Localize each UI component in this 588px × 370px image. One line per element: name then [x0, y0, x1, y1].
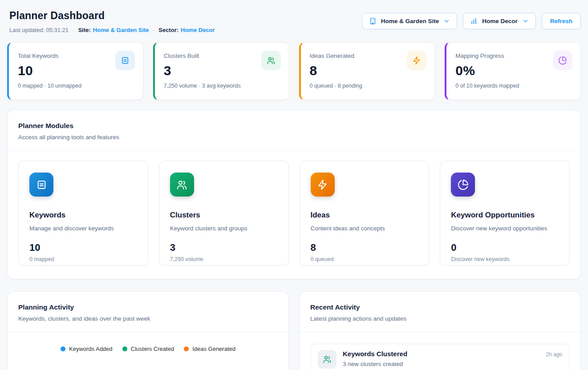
users-icon [170, 173, 194, 197]
stat-subtext: 0 queued · 8 pending [310, 83, 426, 89]
modules-subtitle: Access all planning tools and features [18, 134, 570, 141]
site-link[interactable]: Home & Garden Site [93, 27, 149, 33]
document-icon [115, 51, 135, 70]
module-subtext: 0 mapped [29, 256, 137, 262]
stat-card-clusters-built: Clusters Built 3 7,250 volume · 3 avg ke… [153, 42, 289, 100]
recent-activity-subtitle: Latest planning actions and updates [310, 315, 570, 322]
legend-dot [61, 346, 65, 351]
pie-chart-icon [553, 51, 572, 70]
stat-subtext: 7,250 volume · 3 avg keywords [164, 83, 280, 89]
pie-chart-icon [451, 173, 475, 197]
activity-description: 3 new clusters created [343, 361, 562, 367]
module-value: 0 [451, 242, 559, 253]
legend-dot [122, 346, 127, 351]
legend-item-clusters-created[interactable]: Clusters Created [122, 346, 174, 352]
stat-subtext: 0 mapped · 10 unmapped [18, 83, 134, 89]
legend-label: Clusters Created [131, 346, 174, 352]
building-icon [369, 17, 377, 25]
refresh-button[interactable]: Refresh [542, 13, 581, 29]
meta-separator: · [153, 28, 155, 33]
module-subtext: 0 queued [311, 256, 418, 262]
modules-header: Planner Modules Access all planning tool… [8, 110, 580, 150]
legend-label: Keywords Added [69, 346, 113, 352]
bottom-row: Planning Activity Keywords, clusters, an… [7, 291, 581, 370]
module-description: Keyword clusters and groups [170, 225, 278, 232]
modules-title: Planner Modules [18, 122, 570, 130]
module-title: Keywords [29, 211, 137, 220]
planning-activity-chart: Keywords Added Clusters Created Ideas Ge… [8, 332, 288, 370]
module-value: 10 [29, 242, 137, 253]
activity-title: Keywords Clustered [343, 350, 407, 358]
planning-activity-subtitle: Keywords, clusters, and ideas over the p… [18, 315, 278, 322]
meta-separator: · [73, 28, 74, 33]
stat-card-mapping-progress: Mapping Progress 0% 0 of 10 keywords map… [445, 42, 581, 100]
site-selector-dropdown[interactable]: Home & Garden Site [362, 13, 458, 29]
sector-label: Sector: [158, 27, 178, 33]
module-value: 3 [170, 242, 278, 253]
module-title: Keyword Opportunities [451, 211, 559, 220]
sector-selector-value: Home Decor [482, 18, 518, 24]
module-description: Content ideas and concepts [311, 225, 418, 232]
planning-activity-panel: Planning Activity Keywords, clusters, an… [7, 291, 289, 370]
users-icon [318, 350, 337, 369]
legend-item-keywords-added[interactable]: Keywords Added [61, 346, 113, 352]
document-icon [29, 173, 53, 197]
stat-card-total-keywords: Total Keywords 10 0 mapped · 10 unmapped [7, 42, 143, 100]
module-card-keywords[interactable]: Keywords Manage and discover keywords 10… [18, 161, 148, 265]
site-selector-value: Home & Garden Site [381, 18, 439, 24]
activity-item-keywords-clustered: Keywords Clustered 2h ago 3 new clusters… [310, 344, 570, 370]
stats-row: Total Keywords 10 0 mapped · 10 unmapped… [7, 42, 581, 100]
module-value: 8 [311, 242, 418, 253]
legend-dot [184, 346, 189, 351]
site-label: Site: [78, 27, 91, 33]
stat-subtext: 0 of 10 keywords mapped [455, 83, 572, 89]
sector-link[interactable]: Home Decor [181, 27, 215, 33]
module-title: Ideas [311, 211, 418, 220]
recent-activity-header: Recent Activity Latest planning actions … [300, 292, 580, 332]
module-card-clusters[interactable]: Clusters Keyword clusters and groups 3 7… [159, 161, 289, 265]
legend-item-ideas-generated[interactable]: Ideas Generated [184, 346, 235, 352]
bar-chart-icon [470, 17, 478, 25]
divider [300, 332, 580, 332]
users-icon [261, 51, 281, 70]
recent-activity-title: Recent Activity [310, 303, 570, 311]
header-controls: Home & Garden Site Home Decor Refresh [362, 13, 581, 29]
module-title: Clusters [170, 211, 278, 220]
chevron-down-icon [522, 18, 529, 24]
modules-grid: Keywords Manage and discover keywords 10… [8, 151, 580, 279]
sector-selector-dropdown[interactable]: Home Decor [463, 13, 536, 29]
planner-dashboard-page: Planner Dashboard Last updated: 05:31:21… [0, 0, 588, 370]
legend-label: Ideas Generated [192, 346, 235, 352]
bolt-icon [311, 173, 335, 197]
module-subtext: Discover new keywords [451, 256, 559, 262]
chevron-down-icon [443, 18, 450, 24]
module-subtext: 7,250 volume [170, 256, 278, 262]
module-description: Manage and discover keywords [29, 225, 137, 232]
page-header: Planner Dashboard Last updated: 05:31:21… [7, 0, 581, 40]
activity-content: Keywords Clustered 2h ago 3 new clusters… [343, 350, 562, 369]
chart-legend: Keywords Added Clusters Created Ideas Ge… [8, 332, 288, 352]
stat-card-ideas-generated: Ideas Generated 8 0 queued · 8 pending [299, 42, 435, 100]
planning-activity-title: Planning Activity [18, 303, 278, 311]
activity-timestamp: 2h ago [546, 351, 562, 358]
recent-activity-panel: Recent Activity Latest planning actions … [299, 291, 581, 370]
module-card-keyword-opportunities[interactable]: Keyword Opportunities Discover new keywo… [440, 161, 570, 265]
module-description: Discover new keyword opportunities [451, 225, 559, 232]
bolt-icon [407, 51, 426, 70]
last-updated-text: Last updated: 05:31:21 [9, 27, 69, 33]
planner-modules-panel: Planner Modules Access all planning tool… [7, 110, 581, 279]
planning-activity-header: Planning Activity Keywords, clusters, an… [8, 292, 288, 332]
module-card-ideas[interactable]: Ideas Content ideas and concepts 8 0 que… [300, 161, 430, 265]
